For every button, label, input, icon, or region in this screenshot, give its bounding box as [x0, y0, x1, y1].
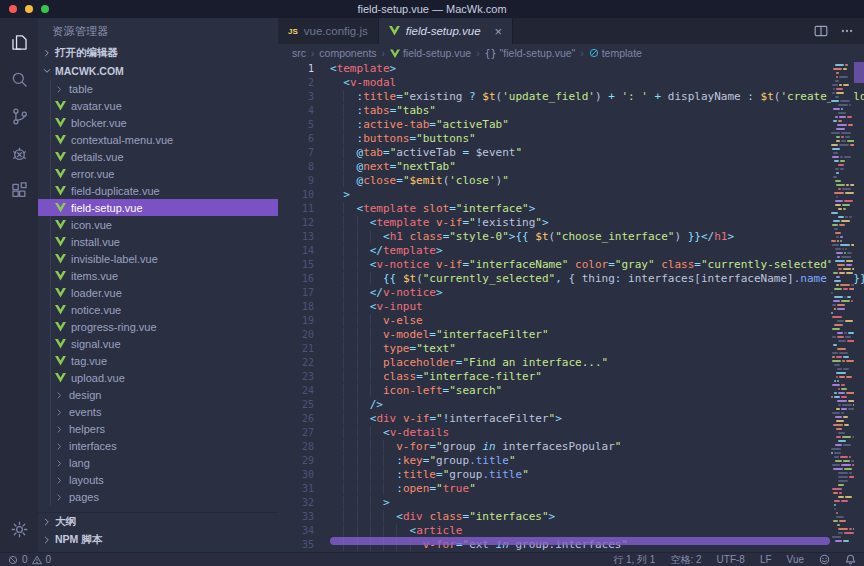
tree-file-details-vue[interactable]: details.vue [38, 148, 278, 165]
code-line-27[interactable]: 27 <v-details [278, 426, 864, 440]
code-line-32[interactable]: 32 > [278, 496, 864, 510]
vertical-scrollbar[interactable] [854, 62, 864, 83]
code-line-33[interactable]: 33 <div class="interfaces"> [278, 510, 864, 524]
code-line-31[interactable]: 31 :open="true" [278, 482, 864, 496]
code-line-21[interactable]: 21 type="text" [278, 342, 864, 356]
tree-file-upload-vue[interactable]: upload.vue [38, 369, 278, 386]
tab-vue-config-js[interactable]: JSvue.config.js [278, 18, 379, 44]
status-eol[interactable]: LF [760, 554, 772, 565]
tree-file-tag-vue[interactable]: tag.vue [38, 352, 278, 369]
status-cursor-position[interactable]: 行 1, 列 1 [613, 553, 655, 566]
tab-field-setup-vue[interactable]: field-setup.vue× [379, 18, 513, 44]
warnings-icon[interactable] [32, 555, 42, 565]
tree-file-field-duplicate-vue[interactable]: field-duplicate.vue [38, 182, 278, 199]
code-line-4[interactable]: 4 :tabs="tabs" [278, 104, 864, 118]
code-line-22[interactable]: 22 placeholder="Find an interface..." [278, 356, 864, 370]
code-line-19[interactable]: 19 v-else [278, 314, 864, 328]
code-line-20[interactable]: 20 v-model="interfaceFilter" [278, 328, 864, 342]
errors-icon[interactable] [8, 555, 18, 565]
code-line-26[interactable]: 26 <div v-if="!interfaceFilter"> [278, 412, 864, 426]
code-line-8[interactable]: 8 @next="nextTab" [278, 160, 864, 174]
vue-file-icon [55, 220, 66, 230]
code-line-15[interactable]: 15 <v-notice v-if="interfaceName" color=… [278, 258, 864, 272]
extensions-icon[interactable] [0, 172, 38, 209]
code-line-24[interactable]: 24 icon-left="search" [278, 384, 864, 398]
code-line-11[interactable]: 11 <template slot="interface"> [278, 202, 864, 216]
status-indentation[interactable]: 空格: 2 [670, 553, 701, 566]
code-line-7[interactable]: 7 @tab="activeTab = $event" [278, 146, 864, 160]
tree-file-avatar-vue[interactable]: avatar.vue [38, 97, 278, 114]
tree-file-error-vue[interactable]: error.vue [38, 165, 278, 182]
tree-file-loader-vue[interactable]: loader.vue [38, 284, 278, 301]
code-line-16[interactable]: 16 {{ $t("currently_selected", { thing: … [278, 272, 864, 286]
tree-file-field-setup-vue[interactable]: field-setup.vue [38, 199, 278, 216]
tree-folder-table[interactable]: table [38, 80, 278, 97]
tree-folder-pages[interactable]: pages [38, 488, 278, 505]
code-line-2[interactable]: 2 <v-modal [278, 76, 864, 90]
workspace-section[interactable]: MACWK.COM [38, 62, 278, 80]
code-editor[interactable]: 1<template>2 <v-modal3 :title="existing … [278, 62, 864, 552]
breadcrumb-item-4[interactable]: {}"field-setup.vue" [485, 47, 576, 59]
feedback-smiley-icon[interactable] [819, 554, 830, 565]
breadcrumb-item-3[interactable]: field-setup.vue [390, 47, 471, 59]
tree-folder-helpers[interactable]: helpers [38, 420, 278, 437]
code-line-29[interactable]: 29 :key="group.title" [278, 454, 864, 468]
code-line-6[interactable]: 6 :buttons="buttons" [278, 132, 864, 146]
errors-count[interactable]: 0 [22, 554, 28, 565]
settings-gear-icon[interactable] [0, 511, 38, 548]
status-language-mode[interactable]: Vue [787, 554, 804, 565]
code-line-30[interactable]: 30 :title="group.title" [278, 468, 864, 482]
split-editor-icon[interactable] [814, 24, 828, 38]
files-icon[interactable] [0, 24, 38, 61]
breadcrumb-item-5[interactable]: template [589, 47, 642, 59]
tree-file-blocker-vue[interactable]: blocker.vue [38, 114, 278, 131]
tree-file-icon-vue[interactable]: icon.vue [38, 216, 278, 233]
zoom-window-button[interactable] [41, 5, 49, 13]
breadcrumb-item-2[interactable]: components [319, 47, 376, 59]
sidebar-section-大纲[interactable]: 大纲 [38, 513, 278, 531]
search-icon[interactable] [0, 61, 38, 98]
close-tab-icon[interactable]: × [495, 25, 503, 38]
notifications-bell-icon[interactable] [845, 554, 856, 565]
tree-file-progress-ring-vue[interactable]: progress-ring.vue [38, 318, 278, 335]
warnings-count[interactable]: 0 [46, 554, 52, 565]
code-line-18[interactable]: 18 <v-input [278, 300, 864, 314]
code-line-1[interactable]: 1<template> [278, 62, 864, 76]
tree-file-items-vue[interactable]: items.vue [38, 267, 278, 284]
tree-file-notice-vue[interactable]: notice.vue [38, 301, 278, 318]
breadcrumb-item-1[interactable]: src [292, 47, 306, 59]
status-encoding[interactable]: UTF-8 [717, 554, 745, 565]
code-line-28[interactable]: 28 v-for="group in interfacesPopular" [278, 440, 864, 454]
sidebar-section-NPM 脚本[interactable]: NPM 脚本 [38, 531, 278, 549]
tree-folder-design[interactable]: design [38, 386, 278, 403]
minimap[interactable] [831, 62, 854, 552]
horizontal-scrollbar[interactable] [330, 537, 830, 545]
tree-file-signal-vue[interactable]: signal.vue [38, 335, 278, 352]
code-line-10[interactable]: 10 > [278, 188, 864, 202]
code-line-25[interactable]: 25 /> [278, 398, 864, 412]
tree-file-install-vue[interactable]: install.vue [38, 233, 278, 250]
tree-folder-events[interactable]: events [38, 403, 278, 420]
code-line-12[interactable]: 12 <template v-if="!existing"> [278, 216, 864, 230]
code-line-17[interactable]: 17 </v-notice> [278, 286, 864, 300]
code-line-13[interactable]: 13 <h1 class="style-0">{{ $t("choose_int… [278, 230, 864, 244]
more-actions-icon[interactable] [840, 24, 854, 38]
open-editors-section[interactable]: 打开的编辑器 [38, 44, 278, 62]
code-line-9[interactable]: 9 @close="$emit('close')" [278, 174, 864, 188]
code-line-14[interactable]: 14 </template> [278, 244, 864, 258]
line-content: :active-tab="activeTab" [314, 118, 509, 132]
tree-folder-layouts[interactable]: layouts [38, 471, 278, 488]
code-line-34[interactable]: 34 <article [278, 524, 864, 538]
code-line-3[interactable]: 3 :title="existing ? $t('update_field') … [278, 90, 864, 104]
code-line-5[interactable]: 5 :active-tab="activeTab" [278, 118, 864, 132]
tree-folder-interfaces[interactable]: interfaces [38, 437, 278, 454]
close-window-button[interactable] [9, 5, 17, 13]
tree-folder-lang[interactable]: lang [38, 454, 278, 471]
tree-file-contextual-menu-vue[interactable]: contextual-menu.vue [38, 131, 278, 148]
code-line-23[interactable]: 23 class="interface-filter" [278, 370, 864, 384]
source-control-icon[interactable] [0, 98, 38, 135]
tree-file-invisible-label-vue[interactable]: invisible-label.vue [38, 250, 278, 267]
minimize-window-button[interactable] [25, 5, 33, 13]
debug-icon[interactable] [0, 135, 38, 172]
vue-file-icon [55, 118, 66, 128]
